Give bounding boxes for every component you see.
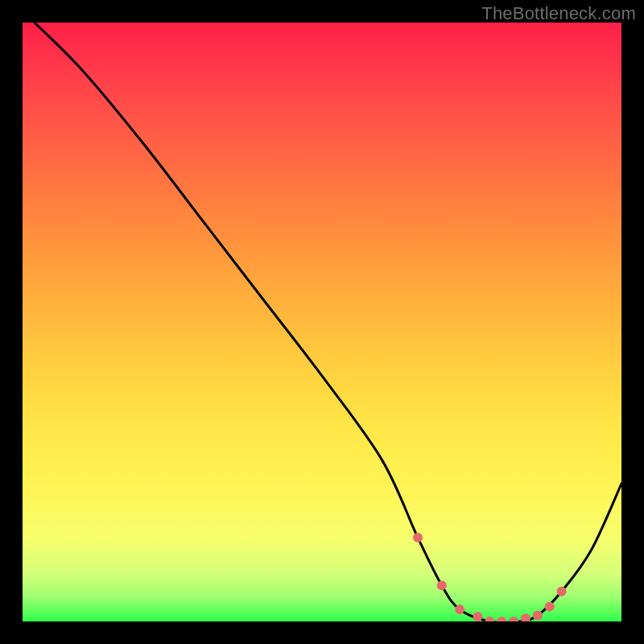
curve-line <box>35 23 621 621</box>
marker-dot <box>473 612 482 621</box>
marker-dot <box>497 617 506 621</box>
marker-dot <box>413 533 423 543</box>
chart-svg <box>23 23 621 621</box>
marker-dot <box>521 613 530 621</box>
chart-frame: TheBottleneck.com <box>0 0 644 644</box>
plot-area <box>23 23 621 621</box>
marker-dot <box>509 617 518 621</box>
marker-dot <box>485 617 494 621</box>
marker-dot <box>557 587 567 597</box>
marker-dot <box>533 611 543 621</box>
watermark-text: TheBottleneck.com <box>481 3 636 24</box>
marker-dot <box>437 580 447 590</box>
marker-dot <box>455 605 464 614</box>
marker-dot <box>545 601 555 611</box>
